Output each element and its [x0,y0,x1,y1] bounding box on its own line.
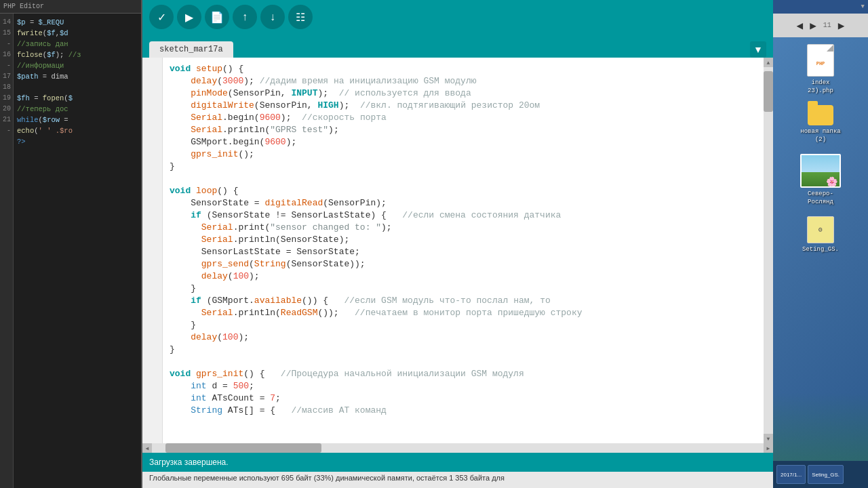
scroll-up-arrow[interactable]: ▲ [764,58,773,67]
line-numbers [142,58,163,443]
status-bar: Загрузка завершена. [142,453,773,472]
code-editor-area[interactable]: void setup() { delay(3000); //дадим врем… [142,58,773,443]
scroll-down-arrow[interactable]: ▼ [764,434,773,443]
nav-back-icon[interactable]: ◀ [797,19,804,33]
sketch-tab[interactable]: sketch_mar17a [149,41,233,58]
status-bottom-text: Глобальные переменные используют 695 бай… [149,474,505,482]
code-content[interactable]: void setup() { delay(3000); //дадим врем… [163,58,764,443]
ide-toolbar: ✓ ▶ 📄 ↑ ↓ ☷ [142,0,773,34]
scroll-left-arrow[interactable]: ◀ [142,443,152,453]
right-panel-top: ▼ [773,0,868,14]
desktop-area: PHP index 23).php новая папка (2) 🌸 [773,37,868,461]
index-file-item[interactable]: PHP index 23).php [797,44,844,95]
hscroll-thumb[interactable] [165,443,321,453]
status-text: Загрузка завершена. [149,458,229,467]
folder-icon [808,105,833,125]
left-line-numbers: 14 15 - 16 - 17 18 19 20 21 - [0,14,14,488]
right-top-label: ▼ [861,3,865,10]
tab-bar: sketch_mar17a ▼ [142,34,773,58]
nav-page-label: 11 [823,22,831,29]
right-panel: ▼ ◀ ▶ 11 ▶ PHP index 23).php новая папка… [773,0,868,488]
nature-image-item[interactable]: 🌸 Северо- Рослянд [797,154,844,206]
nature-label: Северо- Рослянд [797,190,844,206]
nature-preview: 🌸 [800,154,841,188]
status-bottom: Глобальные переменные используют 695 бай… [142,472,773,488]
save-button[interactable]: ↓ [260,5,285,29]
new-button[interactable]: 📄 [205,5,229,29]
verify-button[interactable]: ✓ [149,5,174,29]
new-folder-item[interactable]: новая папка (2) [797,105,844,144]
left-panel-title: PHP Editor [3,3,44,10]
arduino-ide: ✓ ▶ 📄 ↑ ↓ ☷ sketch_mar17a ▼ [142,0,773,488]
scroll-right-arrow[interactable]: ▶ [764,443,773,453]
serial-button[interactable]: ☷ [288,5,313,29]
folder-label: новая папка (2) [797,127,844,144]
upload-button[interactable]: ▶ [177,5,201,29]
taskbar-item-2[interactable]: Seting_GS. [808,465,844,484]
left-code-content: $p = $_REQU fwrite($f,$d //запись дан fc… [14,14,85,488]
nav-forward-icon[interactable]: ▶ [810,19,816,33]
seting-label: Seting_GS. [802,245,839,253]
nature-bg-decoration [773,393,868,461]
open-button[interactable]: ↑ [233,5,257,29]
tab-label: sketch_mar17a [159,45,223,54]
horizontal-scrollbar[interactable]: ◀ ▶ [142,443,773,453]
left-panel: PHP Editor 14 15 - 16 - 17 18 19 20 21 -… [0,0,142,488]
seting-file-item[interactable]: ⚙ Seting_GS. [797,216,844,253]
taskbar: 2017/1... Seting_GS. [773,461,868,488]
index-file-label: index 23).php [808,79,833,95]
vertical-scrollbar[interactable]: ▲ ▼ [764,58,773,443]
right-toolbar: ◀ ▶ 11 ▶ [773,14,868,37]
tab-dropdown-button[interactable]: ▼ [750,41,766,58]
nav-next-icon[interactable]: ▶ [838,19,845,33]
taskbar-item-1[interactable]: 2017/1... [776,465,806,484]
left-panel-header: PHP Editor [0,0,141,14]
scroll-thumb[interactable] [764,71,773,112]
